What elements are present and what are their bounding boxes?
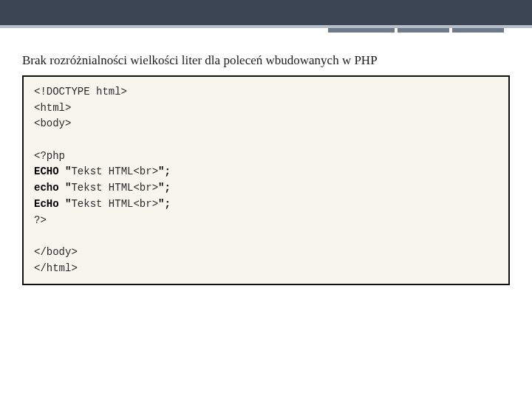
code-end: "; bbox=[158, 166, 171, 177]
code-keyword: ECHO " bbox=[34, 166, 71, 177]
code-line: <html> bbox=[34, 102, 71, 114]
code-end: "; bbox=[158, 198, 171, 210]
accent-bar bbox=[328, 28, 395, 33]
accent-bar bbox=[398, 28, 449, 33]
code-keyword: echo " bbox=[34, 182, 71, 194]
code-block: <!DOCTYPE html> <html> <body> <?php ECHO… bbox=[22, 75, 510, 285]
accent-bar bbox=[452, 28, 504, 33]
code-text: Tekst HTML<br> bbox=[71, 198, 158, 210]
code-line: <body> bbox=[34, 117, 71, 129]
accent-bars bbox=[328, 28, 504, 33]
code-line: </html> bbox=[34, 262, 78, 274]
code-line: <?php bbox=[34, 150, 65, 162]
code-text: Tekst HTML<br> bbox=[71, 182, 158, 194]
code-keyword: EcHo " bbox=[34, 198, 71, 210]
slide-heading: Brak rozróżnialności wielkości liter dla… bbox=[22, 53, 532, 68]
code-text: Tekst HTML<br> bbox=[71, 166, 158, 177]
code-end: "; bbox=[158, 182, 171, 194]
code-line: ?> bbox=[34, 214, 47, 226]
slide-topbar bbox=[0, 0, 532, 25]
code-line: <!DOCTYPE html> bbox=[34, 86, 127, 98]
code-line: </body> bbox=[34, 246, 78, 258]
